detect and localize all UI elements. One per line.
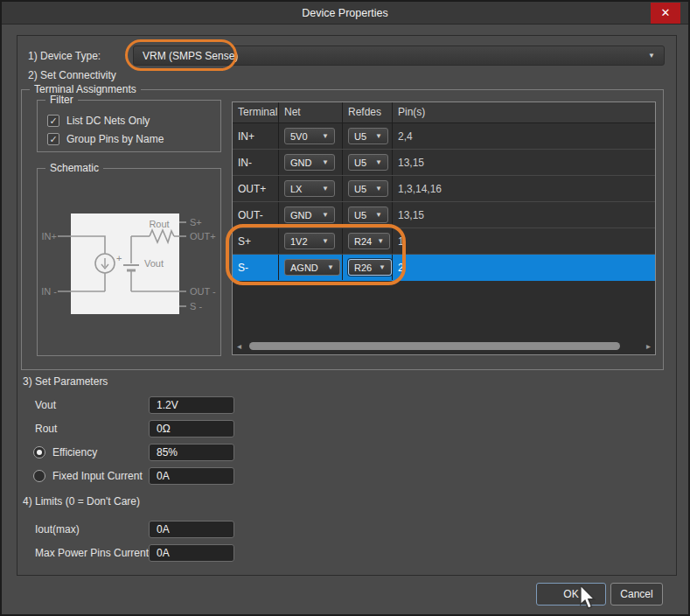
fixed-input-current-radio[interactable] — [33, 470, 45, 482]
col-refdes: Refdes — [343, 102, 393, 122]
chevron-down-icon: ▼ — [375, 211, 382, 219]
schematic-plus-sign: + — [116, 253, 122, 263]
device-type-value: VRM (SMPS Sense) — [143, 50, 238, 62]
table-row-in-minus[interactable]: IN- GND▼ U5▼ 13,15 — [233, 150, 655, 176]
net-select[interactable]: LX▼ — [284, 180, 335, 197]
table-header: Terminal Net Refdes Pin(s) — [233, 102, 655, 123]
limits-label: 4) Limits (0 = Don't Care) — [23, 495, 140, 508]
table-row-s-minus-selected[interactable]: S- AGND▼ R26▼ 2 — [233, 255, 655, 281]
schematic-pin-s-minus: S - — [190, 301, 202, 312]
schematic-title: Schematic — [45, 162, 103, 174]
table-row-in-plus[interactable]: IN+ 5V0▼ U5▼ 2,4 — [233, 123, 655, 150]
pins-cell: 13,15 — [393, 150, 655, 175]
table-row-s-plus[interactable]: S+ 1V2▼ R24▼ 1 — [233, 228, 655, 255]
efficiency-label: Efficiency — [52, 446, 97, 458]
terminal-cell: S- — [233, 255, 279, 280]
ok-button[interactable]: OK — [536, 583, 606, 606]
chevron-down-icon: ▼ — [322, 237, 329, 245]
chevron-down-icon: ▼ — [375, 132, 382, 140]
device-type-select[interactable]: VRM (SMPS Sense) ▼ — [133, 46, 665, 66]
filter-title: Filter — [45, 94, 78, 106]
refdes-select[interactable]: U5▼ — [348, 180, 388, 197]
rout-field[interactable] — [149, 420, 234, 438]
chevron-down-icon: ▼ — [322, 132, 329, 140]
net-select[interactable]: 5V0▼ — [284, 128, 335, 144]
fixed-input-current-label: Fixed Input Current — [52, 470, 143, 482]
radio-dot — [37, 450, 42, 455]
pins-cell: 1 — [393, 228, 655, 254]
checkbox-checked-icon: ✓ — [47, 115, 59, 127]
close-button[interactable]: ✕ — [651, 3, 680, 24]
checkbox-group-pins[interactable]: ✓ Group Pins by Name — [47, 133, 164, 145]
vout-field[interactable] — [149, 396, 234, 414]
schematic-vout-label: Vout — [144, 258, 164, 269]
col-net: Net — [279, 102, 343, 122]
checkbox-label: Group Pins by Name — [66, 133, 164, 145]
refdes-select-focused[interactable]: R26▼ — [348, 259, 392, 276]
terminal-cell: IN+ — [233, 123, 279, 149]
table-row-out-plus[interactable]: OUT+ LX▼ U5▼ 1,3,14,16 — [233, 176, 655, 202]
chevron-down-icon: ▼ — [322, 185, 329, 192]
efficiency-radio[interactable] — [33, 446, 45, 458]
chevron-down-icon: ▼ — [379, 263, 386, 271]
net-value: 1V2 — [290, 236, 308, 247]
schematic-pin-s-plus: S+ — [190, 217, 202, 228]
net-value: 5V0 — [290, 131, 308, 142]
max-power-pins-current-field[interactable] — [149, 544, 234, 562]
schematic-rout-label: Rout — [149, 219, 169, 229]
checkbox-checked-icon: ✓ — [47, 133, 59, 145]
table-row-out-minus[interactable]: OUT- GND▼ U5▼ 13,15 — [233, 202, 655, 228]
vout-label: Vout — [35, 399, 56, 411]
col-terminal: Terminal — [233, 102, 279, 122]
device-properties-dialog: Device Properties ✕ 1) Device Type: VRM … — [0, 0, 690, 616]
net-value: GND — [290, 210, 311, 220]
iout-max-field[interactable] — [149, 521, 234, 538]
terminal-cell: OUT+ — [233, 176, 279, 201]
refdes-value: U5 — [354, 158, 366, 168]
chevron-down-icon: ▼ — [377, 237, 384, 245]
scrollbar-thumb[interactable] — [249, 342, 620, 350]
schematic-group: Schematic IN+ — [37, 168, 221, 356]
net-select[interactable]: GND▼ — [284, 154, 335, 171]
fixed-input-current-field[interactable] — [149, 467, 234, 485]
terminal-cell: S+ — [233, 228, 279, 254]
chevron-down-icon: ▼ — [375, 158, 382, 166]
net-select[interactable]: 1V2▼ — [284, 233, 335, 249]
pins-cell: 2,4 — [393, 123, 655, 149]
max-power-pins-current-label: Max Power Pins Current — [35, 547, 149, 559]
chevron-down-icon: ▼ — [327, 263, 334, 271]
dialog-title: Device Properties — [2, 2, 688, 24]
refdes-select[interactable]: U5▼ — [348, 154, 388, 171]
scroll-right-icon[interactable]: ▸ — [646, 342, 651, 351]
pins-cell: 1,3,14,16 — [393, 176, 655, 201]
refdes-select[interactable]: U5▼ — [348, 206, 388, 223]
terminal-cell: OUT- — [233, 202, 279, 228]
net-value: LX — [290, 184, 302, 194]
refdes-select[interactable]: R24▼ — [348, 233, 390, 249]
net-value: GND — [290, 158, 311, 168]
set-parameters-label: 3) Set Parameters — [23, 375, 108, 388]
chevron-down-icon: ▼ — [322, 211, 329, 219]
pins-cell: 13,15 — [393, 202, 655, 228]
scroll-left-icon[interactable]: ◂ — [237, 342, 241, 351]
net-select[interactable]: AGND▼ — [284, 259, 340, 276]
terminal-cell: IN- — [233, 150, 279, 175]
efficiency-field[interactable] — [149, 444, 234, 461]
chevron-down-icon: ▼ — [648, 52, 655, 60]
horizontal-scrollbar[interactable]: ◂ ▸ — [234, 341, 653, 352]
title-bar: Device Properties ✕ — [2, 2, 688, 24]
schematic-pin-out-plus: OUT+ — [190, 231, 216, 242]
iout-max-label: Iout(max) — [35, 523, 80, 536]
chevron-down-icon: ▼ — [322, 158, 329, 166]
refdes-value: U5 — [354, 184, 366, 194]
cancel-button[interactable]: Cancel — [610, 583, 663, 606]
schematic-pin-in-minus: IN - — [41, 286, 57, 297]
checkbox-list-dc-nets[interactable]: ✓ List DC Nets Only — [47, 115, 150, 127]
refdes-select[interactable]: U5▼ — [348, 128, 388, 144]
net-select[interactable]: GND▼ — [284, 206, 335, 223]
refdes-value: U5 — [354, 210, 366, 220]
device-type-label: 1) Device Type: — [28, 50, 101, 62]
net-value: AGND — [290, 262, 318, 273]
checkbox-label: List DC Nets Only — [66, 115, 150, 127]
pins-cell: 2 — [393, 255, 655, 280]
